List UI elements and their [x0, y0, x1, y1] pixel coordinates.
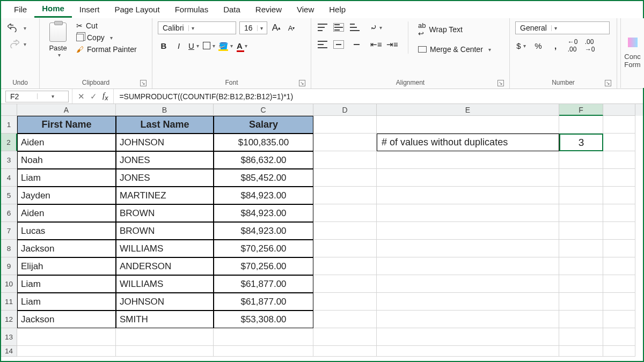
row-header[interactable]: 13 — [1, 328, 17, 346]
menu-view[interactable]: View — [289, 3, 321, 17]
decrease-indent-button[interactable]: ⇤≡ — [370, 39, 382, 50]
cell[interactable]: $85,452.00 — [214, 169, 313, 187]
cell[interactable] — [377, 116, 559, 134]
cell[interactable]: Jayden — [17, 187, 116, 204]
row-header[interactable]: 1 — [1, 116, 17, 134]
align-bottom-button[interactable] — [349, 21, 361, 33]
cell[interactable]: MARTINEZ — [116, 187, 214, 204]
col-header-C[interactable]: C — [214, 104, 313, 116]
cell[interactable]: $61,877.00 — [214, 293, 313, 311]
menu-home[interactable]: Home — [34, 2, 72, 18]
align-center-button[interactable] — [333, 39, 345, 50]
cell[interactable]: Aiden — [17, 134, 116, 151]
bold-button[interactable]: B — [158, 40, 170, 51]
cell[interactable]: $84,923.00 — [214, 204, 313, 222]
row-header[interactable]: 7 — [1, 222, 17, 240]
align-right-button[interactable] — [349, 39, 361, 50]
cell[interactable] — [559, 328, 603, 346]
dialog-launcher-icon[interactable] — [497, 80, 504, 86]
increase-decimal-button[interactable]: ←0.00 — [567, 40, 579, 51]
cell[interactable] — [603, 187, 635, 204]
paste-button[interactable]: Paste ▾ — [45, 21, 71, 58]
row-header[interactable]: 8 — [1, 240, 17, 257]
align-middle-button[interactable] — [333, 21, 345, 33]
cell[interactable] — [313, 240, 377, 257]
cell[interactable]: $70,256.00 — [214, 257, 313, 275]
cell[interactable] — [603, 293, 635, 311]
fill-color-button[interactable]: 🪣▾ — [218, 40, 233, 51]
cell[interactable] — [377, 204, 559, 222]
cell[interactable]: $100,835.00 — [214, 134, 313, 151]
underline-button[interactable]: U▾ — [188, 40, 200, 51]
select-all-corner[interactable] — [1, 104, 17, 116]
row-header[interactable]: 5 — [1, 187, 17, 204]
menu-page-layout[interactable]: Page Layout — [107, 3, 167, 17]
undo-button[interactable]: ▾ — [6, 21, 27, 34]
cell[interactable]: Liam — [17, 169, 116, 187]
cell[interactable]: $86,632.00 — [214, 151, 313, 169]
cell[interactable] — [313, 257, 377, 275]
menu-file[interactable]: File — [6, 3, 34, 17]
cell[interactable] — [313, 187, 377, 204]
spreadsheet-grid[interactable]: A B C D E F 1 First Name Last Name Salar… — [1, 104, 643, 357]
cell[interactable] — [603, 275, 635, 293]
menu-insert[interactable]: Insert — [72, 3, 107, 17]
dialog-launcher-icon[interactable] — [299, 80, 305, 86]
redo-button[interactable]: ▾ — [6, 38, 27, 50]
font-name-combo[interactable]: Calibri ▾ — [158, 21, 236, 34]
merge-center-button[interactable]: Merge & Center ▾ — [418, 45, 491, 54]
enter-formula-icon[interactable]: ✓ — [90, 92, 97, 101]
name-box[interactable]: F2 ▾ — [5, 91, 69, 102]
cell[interactable] — [559, 222, 603, 240]
row-header[interactable]: 10 — [1, 275, 17, 293]
percent-format-button[interactable]: % — [532, 40, 544, 51]
cell[interactable]: ANDERSON — [116, 257, 214, 275]
cell[interactable] — [603, 116, 635, 134]
cell[interactable] — [214, 328, 313, 346]
cell[interactable]: JOHNSON — [116, 134, 214, 151]
cell[interactable] — [559, 275, 603, 293]
conditional-formatting-partial[interactable]: Conc Form — [620, 18, 644, 88]
accounting-format-button[interactable]: $▾ — [515, 40, 527, 51]
cell[interactable] — [377, 311, 559, 328]
cell[interactable] — [377, 222, 559, 240]
number-format-combo[interactable]: General ▾ — [515, 21, 610, 34]
cell[interactable] — [603, 311, 635, 328]
cell[interactable] — [603, 328, 635, 346]
grow-font-button[interactable]: A▴ — [270, 22, 282, 34]
cell[interactable] — [559, 346, 603, 357]
menu-formulas[interactable]: Formulas — [167, 3, 216, 17]
row-header[interactable]: 9 — [1, 257, 17, 275]
cell[interactable] — [116, 346, 214, 357]
col-header-D[interactable]: D — [313, 104, 377, 116]
col-header-F[interactable]: F — [559, 104, 603, 116]
copy-button[interactable]: Copy ▾ — [76, 33, 137, 42]
cell[interactable]: Last Name — [116, 116, 214, 134]
cell[interactable] — [313, 116, 377, 134]
cell[interactable]: BROWN — [116, 222, 214, 240]
cell[interactable]: BROWN — [116, 204, 214, 222]
cell[interactable] — [559, 116, 603, 134]
dialog-launcher-icon[interactable] — [140, 80, 147, 86]
italic-button[interactable]: I — [173, 40, 185, 51]
cell[interactable] — [313, 134, 377, 151]
cell[interactable] — [377, 346, 559, 357]
cell[interactable] — [214, 346, 313, 357]
cell[interactable] — [313, 328, 377, 346]
cell[interactable] — [116, 328, 214, 346]
row-header[interactable]: 6 — [1, 204, 17, 222]
cell[interactable]: Elijah — [17, 257, 116, 275]
cell[interactable]: JOHNSON — [116, 293, 214, 311]
cell[interactable] — [313, 293, 377, 311]
wrap-text-button[interactable]: ab↩ Wrap Text — [418, 21, 491, 38]
font-color-button[interactable]: A▾ — [236, 40, 248, 51]
cell[interactable] — [603, 204, 635, 222]
cell[interactable]: $53,308.00 — [214, 311, 313, 328]
cell[interactable] — [377, 240, 559, 257]
cell[interactable] — [559, 187, 603, 204]
comma-format-button[interactable]: , — [550, 40, 561, 51]
col-header-B[interactable]: B — [116, 104, 214, 116]
cell[interactable] — [313, 169, 377, 187]
row-header[interactable]: 2 — [1, 134, 17, 151]
cell[interactable]: JONES — [116, 151, 214, 169]
